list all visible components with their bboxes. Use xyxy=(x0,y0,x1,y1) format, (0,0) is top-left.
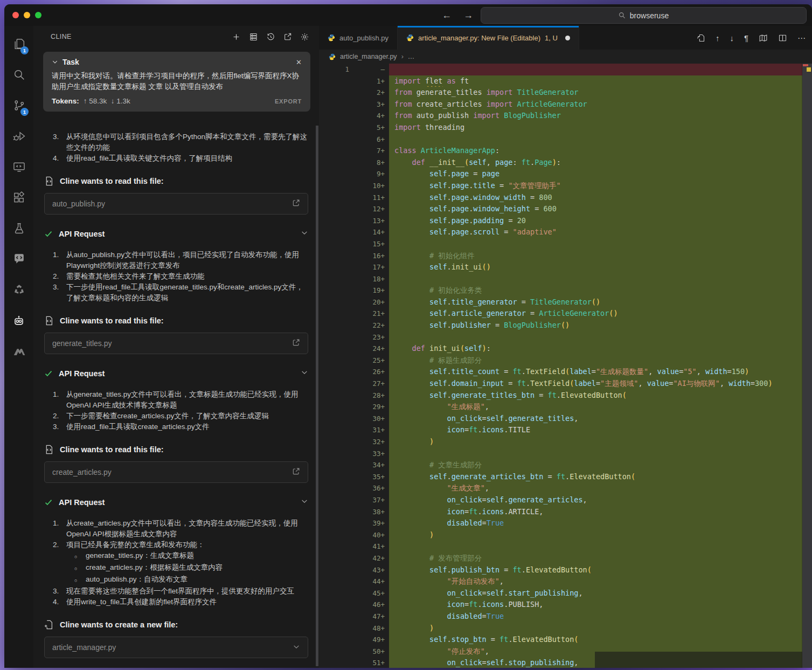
activity-extensions[interactable] xyxy=(4,182,33,213)
navigate-forward-icon[interactable]: → xyxy=(463,10,473,21)
external-link-icon xyxy=(292,339,300,347)
tab-label: article_manager.py: New File (Editable) xyxy=(418,34,540,42)
editor-group: auto_publish.py article_manager.py: New … xyxy=(319,26,812,668)
chat-stream: 3.从环境信息中可以看到项目包含多个Python脚本和文章文件，需要先了解这些文… xyxy=(33,124,319,668)
extensions-icon xyxy=(12,191,26,204)
more-actions-icon[interactable]: ⋯ xyxy=(797,34,806,42)
window-controls xyxy=(12,12,41,18)
history-icon[interactable] xyxy=(266,32,275,42)
open-in-editor-icon[interactable] xyxy=(283,32,292,41)
activity-cline[interactable] xyxy=(4,305,33,336)
activity-search[interactable] xyxy=(4,59,33,90)
render-whitespace-icon[interactable]: ¶ xyxy=(744,34,748,42)
python-file-icon xyxy=(328,34,335,42)
chevron-down-icon[interactable] xyxy=(52,59,58,65)
map-icon[interactable] xyxy=(759,33,768,43)
split-editor-icon[interactable] xyxy=(778,33,787,43)
code-line: 49+ self.stop_btn = ft.ElevatedButton( xyxy=(319,634,812,646)
tab-article-manager[interactable]: article_manager.py: New File (Editable) … xyxy=(398,26,579,50)
task-label: Task xyxy=(63,58,79,66)
code-line: 20+ self.title_generator = TitleGenerato… xyxy=(319,296,812,308)
activity-source-control[interactable]: 1 xyxy=(4,90,33,121)
vscode-window: ← → browseruse 11 CLINE Task ✕ xyxy=(4,4,812,668)
remote-icon xyxy=(12,160,26,174)
breadcrumb[interactable]: article_manager.py › … xyxy=(319,50,812,64)
code-line: 10+ self.page.title = "文章管理助手" xyxy=(319,180,812,192)
previous-change-icon[interactable]: ↑ xyxy=(716,34,720,42)
code-line: 23+ xyxy=(319,331,812,343)
activity-extension-m[interactable] xyxy=(4,336,33,367)
code-line: 41+ xyxy=(319,541,812,552)
code-line: 25+ # 标题生成部分 xyxy=(319,355,812,367)
code-line: 18+ xyxy=(319,273,812,285)
file-path-box[interactable]: auto_publish.py xyxy=(44,193,308,215)
badge: 1 xyxy=(20,46,29,54)
message-list: 3.从环境信息中可以看到项目包含多个Python脚本和文章文件，需要先了解这些文… xyxy=(44,132,308,164)
code-line: 7+class ArticleManagerApp: xyxy=(319,145,812,157)
diff-deleted-line: 1– xyxy=(319,64,812,75)
file-path-box[interactable]: create_articles.py xyxy=(44,461,308,483)
list-item: 3.下一步使用read_file工具读取generate_titles.py和c… xyxy=(44,282,308,303)
code-line: 29+ "生成标题", xyxy=(319,401,812,413)
list-item: 1.从auto_publish.py文件中可以看出，项目已经实现了自动发布功能，… xyxy=(44,250,308,271)
mcp-servers-icon[interactable] xyxy=(249,32,258,42)
file-path-box[interactable]: article_manager.py xyxy=(44,637,308,658)
navigate-back-icon[interactable]: ← xyxy=(442,10,452,21)
search-icon xyxy=(12,68,26,81)
message-list: 1.从generate_titles.py文件中可以看出，文章标题生成功能已经实… xyxy=(44,389,308,432)
close-window-button[interactable] xyxy=(12,12,19,18)
export-button[interactable]: EXPORT xyxy=(275,98,302,105)
code-line: 37+ on_click=self.generate_articles, xyxy=(319,494,812,506)
task-card: Task ✕ 请用中文和我对话。请检查并学习项目中的程序，然后用flet编写界面… xyxy=(43,52,310,112)
file-path-box[interactable]: generate_titles.py xyxy=(44,333,308,354)
panel-title: CLINE xyxy=(51,33,72,40)
api-request-label: API Request xyxy=(59,498,105,507)
api-request-row[interactable]: API Request xyxy=(44,498,308,507)
new-file-icon xyxy=(44,620,54,630)
command-center-search[interactable]: browseruse xyxy=(481,7,807,24)
activity-run-debug[interactable] xyxy=(4,121,33,151)
search-text: browseruse xyxy=(630,11,669,20)
list-sub-item: ○auto_publish.py：自动发布文章 xyxy=(44,574,308,586)
activity-chat-extension[interactable] xyxy=(4,244,33,274)
zoom-window-button[interactable] xyxy=(35,12,41,18)
diff-editor[interactable]: 1–1+import flet as ft2+from generate_tit… xyxy=(319,64,812,668)
code-line: 13+ self.page.padding = 20 xyxy=(319,215,812,227)
api-request-row[interactable]: API Request xyxy=(44,229,308,238)
robot-icon xyxy=(12,314,26,328)
settings-gear-icon[interactable] xyxy=(300,32,309,42)
code-line: 30+ on_click=self.generate_titles, xyxy=(319,413,812,425)
unsaved-dot-icon[interactable] xyxy=(565,36,570,40)
editor-bottom-overlay xyxy=(595,652,802,668)
minimize-window-button[interactable] xyxy=(24,12,30,18)
python-file-icon xyxy=(329,53,336,60)
list-item: 1.从generate_titles.py文件中可以看出，文章标题生成功能已经实… xyxy=(44,389,308,411)
chevron-down-icon xyxy=(301,498,308,505)
code-line: 24+ def init_ui(self): xyxy=(319,343,812,355)
editor-scrollbar[interactable] xyxy=(802,64,812,668)
code-line: 8+ def __init__(self, page: ft.Page): xyxy=(319,157,812,169)
close-task-icon[interactable]: ✕ xyxy=(296,58,302,66)
next-change-icon[interactable]: ↓ xyxy=(730,34,734,42)
code-line: 16+ # 初始化组件 xyxy=(319,250,812,262)
activity-testing[interactable] xyxy=(4,213,33,244)
discard-changes-icon[interactable] xyxy=(696,33,705,43)
code-line: 42+ # 发布管理部分 xyxy=(319,552,812,564)
activity-extension-knot[interactable] xyxy=(4,274,33,305)
tokens-down-value: 1.3k xyxy=(116,97,130,105)
api-request-row[interactable]: API Request xyxy=(44,369,308,378)
list-item: 2.下一步需要检查create_articles.py文件，了解文章内容生成逻辑 xyxy=(44,411,308,422)
activity-explorer[interactable]: 1 xyxy=(4,29,33,59)
tokens-up-icon: ↑ xyxy=(84,97,89,105)
sidebar-scrollbar[interactable] xyxy=(316,126,318,666)
tab-auto-publish[interactable]: auto_publish.py xyxy=(319,26,398,50)
code-line: 26+ self.title_count = ft.TextField(labe… xyxy=(319,366,812,378)
comment-code-icon xyxy=(12,252,26,266)
list-item: 3.从环境信息中可以看到项目包含多个Python脚本和文章文件，需要先了解这些文… xyxy=(44,132,308,153)
new-task-icon[interactable] xyxy=(232,32,241,42)
list-item: 4.使用write_to_file工具创建新的flet界面程序文件 xyxy=(44,597,308,607)
code-line: 27+ self.domain_input = ft.TextField(lab… xyxy=(319,378,812,390)
activity-remote-explorer[interactable] xyxy=(4,151,33,182)
overview-ruler-deleted-marker xyxy=(803,64,808,66)
list-item: 3.使用read_file工具读取create_articles.py文件 xyxy=(44,422,308,432)
